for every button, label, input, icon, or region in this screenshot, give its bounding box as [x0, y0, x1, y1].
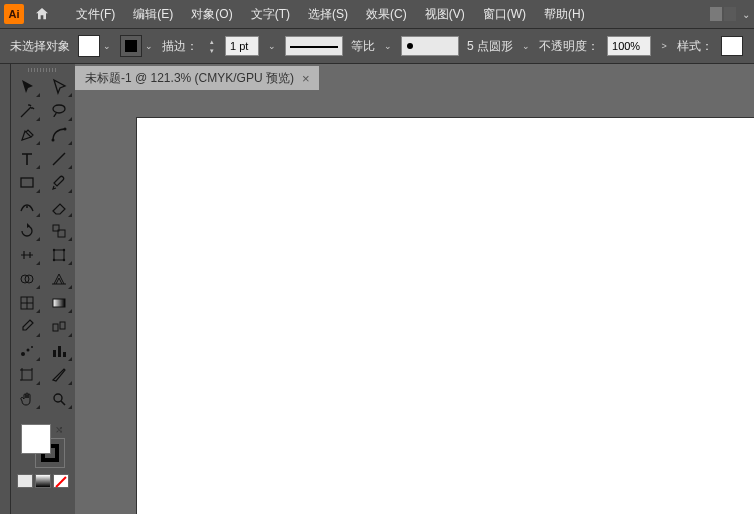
- swap-fill-stroke-icon[interactable]: ⤭: [55, 424, 63, 435]
- svg-rect-6: [54, 250, 64, 260]
- menu-object[interactable]: 对象(O): [183, 2, 240, 27]
- artboard-tool[interactable]: [13, 364, 41, 386]
- shape-builder-tool[interactable]: [13, 268, 41, 290]
- svg-point-3: [26, 206, 28, 208]
- column-graph-tool[interactable]: [45, 340, 73, 362]
- style-label: 样式：: [677, 38, 713, 55]
- eyedropper-tool[interactable]: [13, 316, 41, 338]
- menu-window[interactable]: 窗口(W): [475, 2, 534, 27]
- stroke-type-dropdown[interactable]: [285, 36, 343, 56]
- svg-point-7: [53, 249, 55, 251]
- panel-collapse-gutter[interactable]: [0, 64, 11, 514]
- eraser-tool[interactable]: [45, 196, 73, 218]
- chevron-down-icon[interactable]: >: [659, 41, 669, 51]
- menu-type[interactable]: 文字(T): [243, 2, 298, 27]
- chevron-down-icon[interactable]: ⌄: [144, 41, 154, 51]
- blend-tool[interactable]: [45, 316, 73, 338]
- fill-stroke-picker[interactable]: ⤭: [21, 424, 65, 468]
- menu-view[interactable]: 视图(V): [417, 2, 473, 27]
- svg-point-0: [52, 139, 55, 142]
- ratio-label: 等比: [351, 38, 375, 55]
- stroke-weight-stepper[interactable]: ▴▾: [206, 37, 217, 55]
- selection-status: 未选择对象: [10, 38, 70, 55]
- zoom-tool[interactable]: [45, 388, 73, 410]
- cap-label: 5 点圆形: [467, 38, 513, 55]
- menu-file[interactable]: 文件(F): [68, 2, 123, 27]
- color-mode-solid[interactable]: [17, 474, 33, 488]
- svg-point-10: [63, 259, 65, 261]
- menu-bar: Ai 文件(F) 编辑(E) 对象(O) 文字(T) 选择(S) 效果(C) 视…: [0, 0, 754, 28]
- paintbrush-tool[interactable]: [45, 172, 73, 194]
- menu-select[interactable]: 选择(S): [300, 2, 356, 27]
- svg-point-9: [53, 259, 55, 261]
- workspace-layout-toggle[interactable]: ⌄: [710, 7, 750, 21]
- chevron-down-icon[interactable]: ⌄: [102, 41, 112, 51]
- artboard[interactable]: [137, 118, 754, 514]
- menu-edit[interactable]: 编辑(E): [125, 2, 181, 27]
- stroke-swatch[interactable]: ⌄: [120, 35, 154, 57]
- svg-point-18: [27, 349, 30, 352]
- perspective-grid-tool[interactable]: [45, 268, 73, 290]
- svg-rect-20: [22, 370, 32, 380]
- fill-color[interactable]: [21, 424, 51, 454]
- svg-point-21: [54, 394, 62, 402]
- direct-selection-tool[interactable]: [45, 76, 73, 98]
- type-tool[interactable]: [13, 148, 41, 170]
- canvas-viewport[interactable]: [75, 90, 754, 514]
- document-tab-bar: 未标题-1 @ 121.3% (CMYK/GPU 预览) ×: [75, 64, 754, 90]
- svg-point-1: [64, 128, 67, 131]
- workspace: ⤭ 未标题-1 @ 121.3% (CMYK/GPU 预览) ×: [0, 64, 754, 514]
- magic-wand-tool[interactable]: [13, 100, 41, 122]
- lasso-tool[interactable]: [45, 100, 73, 122]
- menu-effect[interactable]: 效果(C): [358, 2, 415, 27]
- document-tab[interactable]: 未标题-1 @ 121.3% (CMYK/GPU 预览) ×: [75, 66, 319, 90]
- width-tool[interactable]: [13, 244, 41, 266]
- menu-help[interactable]: 帮助(H): [536, 2, 593, 27]
- svg-point-19: [31, 346, 33, 348]
- color-mode-row: [17, 474, 69, 488]
- hand-tool[interactable]: [13, 388, 41, 410]
- color-mode-none[interactable]: [53, 474, 69, 488]
- scale-tool[interactable]: [45, 220, 73, 242]
- tool-panel: ⤭: [11, 64, 75, 514]
- control-bar: 未选择对象 ⌄ ⌄ 描边： ▴▾ ⌄ 等比 ⌄ 5 点圆形 ⌄ 不透明度： > …: [0, 28, 754, 64]
- chevron-down-icon: ⌄: [742, 9, 750, 20]
- curvature-tool[interactable]: [45, 124, 73, 146]
- pen-tool[interactable]: [13, 124, 41, 146]
- home-icon[interactable]: [30, 2, 54, 26]
- svg-rect-16: [60, 322, 65, 329]
- symbol-sprayer-tool[interactable]: [13, 340, 41, 362]
- svg-rect-2: [21, 178, 33, 187]
- mesh-tool[interactable]: [13, 292, 41, 314]
- chevron-down-icon[interactable]: ⌄: [521, 41, 531, 51]
- gradient-tool[interactable]: [45, 292, 73, 314]
- chevron-down-icon[interactable]: ⌄: [383, 41, 393, 51]
- slice-tool[interactable]: [45, 364, 73, 386]
- rectangle-tool[interactable]: [13, 172, 41, 194]
- stroke-weight-input[interactable]: [225, 36, 259, 56]
- free-transform-tool[interactable]: [45, 244, 73, 266]
- selection-tool[interactable]: [13, 76, 41, 98]
- fill-swatch[interactable]: ⌄: [78, 35, 112, 57]
- chevron-down-icon[interactable]: ⌄: [267, 41, 277, 51]
- line-tool[interactable]: [45, 148, 73, 170]
- document-tab-title: 未标题-1 @ 121.3% (CMYK/GPU 预览): [85, 70, 294, 87]
- opacity-label: 不透明度：: [539, 38, 599, 55]
- panel-grip[interactable]: [28, 68, 58, 72]
- brush-preview[interactable]: [401, 36, 459, 56]
- canvas-area: 未标题-1 @ 121.3% (CMYK/GPU 预览) ×: [75, 64, 754, 514]
- stroke-label: 描边：: [162, 38, 198, 55]
- rotate-tool[interactable]: [13, 220, 41, 242]
- shaper-tool[interactable]: [13, 196, 41, 218]
- style-swatch[interactable]: [721, 36, 743, 56]
- color-mode-gradient[interactable]: [35, 474, 51, 488]
- svg-point-8: [63, 249, 65, 251]
- close-icon[interactable]: ×: [302, 71, 310, 86]
- svg-rect-14: [53, 299, 65, 307]
- svg-rect-15: [53, 324, 58, 331]
- app-icon: Ai: [4, 4, 24, 24]
- svg-point-17: [21, 352, 25, 356]
- opacity-input[interactable]: [607, 36, 651, 56]
